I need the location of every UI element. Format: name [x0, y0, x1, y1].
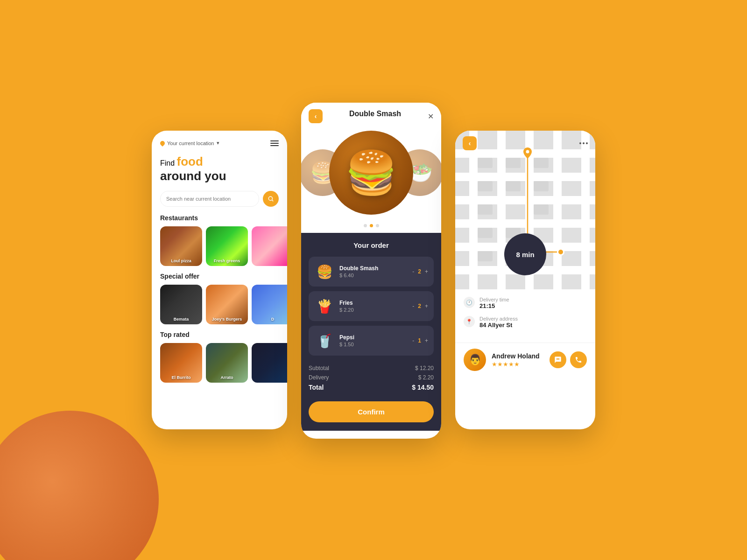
driver-info-bar: 👨 Andrew Holand ★★★★★ [455, 343, 595, 377]
order-nav: ‹ Double Smash ✕ [309, 109, 434, 123]
delivery-address-info: Delivery address 84 Allyer St [479, 316, 518, 329]
list-item[interactable]: Bemata [160, 285, 202, 324]
qty-value-burger: 2 [418, 268, 421, 275]
list-item[interactable]: El Burrito [160, 343, 202, 383]
order-item-pepsi: 🥤 Pepsi $ 1.50 - 1 + [309, 326, 434, 356]
message-driver-button[interactable] [550, 351, 566, 368]
restaurants-section-title: Restaurants [152, 214, 287, 226]
item-info-fries: Fries $ 2.20 [339, 300, 408, 313]
subtotal-row: Subtotal $ 12.20 [309, 365, 434, 371]
item-qty-burger: - 2 + [412, 268, 428, 275]
order-item-fries: 🍟 Fries $ 2.20 - 2 + [309, 291, 434, 321]
item-info-burger: Double Smash $ 6.40 [339, 265, 408, 278]
delivery-value: $ 2.20 [418, 374, 434, 381]
clock-icon: 🕐 [464, 297, 475, 308]
top-rated-section-title: Top rated [152, 331, 287, 343]
delivery-info: 🕐 Delivery time 21:15 📍 Delivery address… [455, 289, 595, 343]
item-name-fries: Fries [339, 300, 408, 306]
item-info-pepsi: Pepsi $ 1.50 [339, 334, 408, 347]
search-input[interactable] [160, 191, 259, 207]
qty-increase-burger[interactable]: + [425, 268, 428, 275]
item-qty-fries: - 2 + [412, 303, 428, 309]
list-item[interactable]: Loul pizza [160, 226, 202, 266]
item-name-burger: Double Smash [339, 265, 408, 272]
order-item-burger: 🍔 Double Smash $ 6.40 - 2 + [309, 257, 434, 287]
qty-decrease-fries[interactable]: - [412, 303, 414, 309]
card-label: Joey's Burgers [212, 317, 242, 322]
list-item[interactable]: Arrato [206, 343, 248, 383]
svg-point-0 [268, 197, 272, 201]
special-offer-grid: Bemata Joey's Burgers D [152, 285, 287, 331]
qty-decrease-pepsi[interactable]: - [412, 337, 414, 344]
end-dot-icon [557, 248, 564, 256]
delivery-time-label: Delivery time [479, 297, 509, 302]
qty-increase-fries[interactable]: + [425, 303, 428, 309]
delivery-time-value: 21:15 [479, 302, 509, 309]
item-name-pepsi: Pepsi [339, 334, 408, 341]
dot-3[interactable] [376, 224, 379, 227]
call-driver-button[interactable] [570, 351, 587, 368]
location-indicator[interactable]: Your current location ▾ [160, 140, 219, 146]
list-item[interactable] [252, 343, 287, 383]
item-price-fries: $ 2.20 [339, 307, 408, 313]
burger-emoji: 🍔 [345, 152, 397, 194]
map-back-button[interactable]: ‹ [463, 136, 477, 150]
driver-rating: ★★★★★ [492, 361, 544, 368]
list-item[interactable]: Fresh greens [206, 226, 248, 266]
carousel-dots [309, 219, 434, 233]
card-label: Fresh greens [214, 259, 240, 263]
restaurants-grid: Loul pizza Fresh greens [152, 226, 287, 273]
close-button[interactable]: ✕ [428, 112, 434, 121]
card-label: Loul pizza [171, 259, 191, 263]
confirm-button[interactable]: Confirm [309, 401, 434, 422]
card-label: D [271, 317, 275, 322]
item-price-burger: $ 6.40 [339, 273, 408, 278]
location-pin-icon [159, 140, 166, 146]
order-panel: Your order 🍔 Double Smash $ 6.40 - 2 + 🍟… [301, 233, 441, 431]
qty-decrease-burger[interactable]: - [412, 268, 414, 275]
your-order-title: Your order [309, 241, 434, 249]
burger-main-image: 🍔 [329, 131, 413, 215]
subtotal-label: Subtotal [309, 365, 329, 371]
qty-increase-pepsi[interactable]: + [425, 337, 428, 344]
list-item[interactable]: Joey's Burgers [206, 285, 248, 324]
list-item[interactable] [252, 226, 287, 266]
item-icon-burger: 🍔 [314, 261, 335, 282]
item-icon-fries: 🍟 [314, 296, 335, 316]
top-rated-grid: El Burrito Arrato [152, 343, 287, 389]
screen1-header: Your current location ▾ [152, 131, 287, 151]
item-price-pepsi: $ 1.50 [339, 342, 408, 347]
eta-value: 8 min [516, 251, 534, 259]
search-button[interactable] [263, 191, 279, 207]
card-label: El Burrito [171, 375, 190, 380]
total-label: Total [309, 384, 324, 391]
qty-value-pepsi: 1 [418, 337, 421, 344]
title-around: around you [160, 169, 279, 183]
screen-order: ‹ Double Smash ✕ 🍔 🍔 🥗 [301, 103, 441, 439]
dot-2[interactable] [370, 224, 373, 227]
delivery-address-value: 84 Allyer St [479, 322, 518, 329]
map-nav: ‹ [455, 136, 595, 150]
subtotal-value: $ 12.20 [415, 365, 434, 371]
title-food: food [177, 154, 203, 168]
order-totals: Subtotal $ 12.20 Delivery $ 2.20 Total $… [309, 360, 434, 391]
list-item[interactable]: D [252, 285, 287, 324]
delivery-address-row: 📍 Delivery address 84 Allyer St [464, 316, 587, 329]
card-label: Arrato [220, 375, 233, 380]
dot-1[interactable] [364, 224, 367, 227]
special-offer-section-title: Special offer [152, 273, 287, 285]
delivery-address-label: Delivery address [479, 316, 518, 322]
more-options-button[interactable] [579, 136, 588, 150]
location-label: Your current location [167, 140, 214, 146]
screen-delivery: ‹ 8 min 🕐 Delivery time 21:15 📍 [455, 131, 595, 429]
eta-badge: 8 min [504, 233, 546, 275]
back-button[interactable]: ‹ [309, 109, 323, 123]
screens-container: Your current location ▾ Find food around… [152, 121, 595, 439]
item-icon-pepsi: 🥤 [314, 330, 335, 351]
item-qty-pepsi: - 1 + [412, 337, 428, 344]
menu-icon[interactable] [270, 140, 279, 146]
order-screen-title: Double Smash [349, 110, 401, 118]
driver-name: Andrew Holand [492, 352, 544, 360]
total-value: $ 14.50 [412, 384, 434, 391]
burger-carousel: 🍔 🍔 🥗 [309, 126, 434, 219]
